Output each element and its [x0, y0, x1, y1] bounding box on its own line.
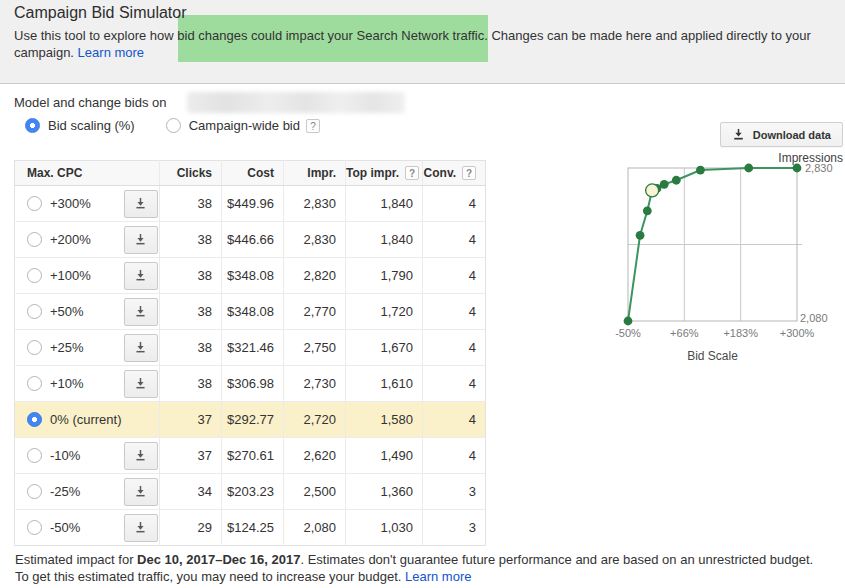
radio-icon-selected[interactable]	[25, 118, 40, 133]
clicks-cell: 29	[160, 510, 222, 546]
download-icon	[732, 128, 745, 141]
radio-option-bid-scaling[interactable]: Bid scaling (%)	[25, 118, 135, 133]
top-impressions-cell: 1,360	[346, 474, 423, 510]
header-learn-more-link[interactable]: Learn more	[78, 45, 144, 60]
redacted-campaign-name	[187, 92, 405, 113]
impressions-cell: 2,720	[284, 402, 346, 438]
conversions-cell: 4	[423, 186, 486, 222]
cost-cell: $321.46	[222, 330, 284, 366]
impressions-cell: 2,080	[284, 510, 346, 546]
bid-option-radio[interactable]	[27, 484, 42, 499]
clicks-cell: 38	[160, 186, 222, 222]
download-icon	[134, 377, 147, 390]
bid-option-radio[interactable]	[27, 412, 42, 427]
model-label: Model and change bids on	[14, 95, 167, 110]
conversions-cell: 3	[423, 474, 486, 510]
bid-option-label: +100%	[50, 268, 91, 283]
row-download-button[interactable]	[124, 442, 158, 470]
clicks-cell: 38	[160, 258, 222, 294]
help-icon[interactable]: ?	[306, 119, 320, 133]
bid-option-label: 0% (current)	[50, 412, 122, 427]
download-icon	[134, 233, 147, 246]
bid-option-radio[interactable]	[27, 340, 42, 355]
bid-option-label: +25%	[50, 340, 84, 355]
svg-text:+300%: +300%	[780, 327, 815, 339]
bid-impressions-chart: Impressions2,8302,080-50%+66%+183%+300%B…	[610, 145, 845, 365]
svg-text:-50%: -50%	[615, 327, 641, 339]
top-impressions-cell: 1,580	[346, 402, 423, 438]
col-top-impr: Top impr.?	[346, 161, 423, 186]
page-title: Campaign Bid Simulator	[14, 4, 187, 22]
row-download-button[interactable]	[124, 262, 158, 290]
col-max-cpc: Max. CPC	[15, 161, 160, 186]
row-download-button[interactable]	[124, 190, 158, 218]
cost-cell: $348.08	[222, 294, 284, 330]
col-cost: Cost	[222, 161, 284, 186]
clicks-cell: 37	[160, 438, 222, 474]
clicks-cell: 38	[160, 330, 222, 366]
radio-label: Bid scaling (%)	[48, 118, 135, 133]
top-impressions-cell: 1,670	[346, 330, 423, 366]
download-icon	[134, 485, 147, 498]
svg-text:2,830: 2,830	[805, 162, 833, 174]
table-row: +200% 38 $446.66 2,830 1,840 4	[15, 222, 486, 258]
bid-option-radio[interactable]	[27, 268, 42, 283]
cost-cell: $124.25	[222, 510, 284, 546]
bid-option-radio[interactable]	[27, 304, 42, 319]
row-download-button[interactable]	[124, 514, 158, 542]
svg-text:2,080: 2,080	[800, 312, 828, 324]
conversions-cell: 4	[423, 366, 486, 402]
cost-cell: $203.23	[222, 474, 284, 510]
bid-option-radio[interactable]	[27, 196, 42, 211]
cost-cell: $292.77	[222, 402, 284, 438]
footer-learn-more-link[interactable]: Learn more	[405, 569, 471, 584]
row-download-button[interactable]	[124, 334, 158, 362]
bid-mode-selector: Bid scaling (%) Campaign-wide bid ?	[25, 118, 320, 133]
impressions-cell: 2,750	[284, 330, 346, 366]
bid-option-radio[interactable]	[27, 376, 42, 391]
conversions-cell: 4	[423, 258, 486, 294]
bid-option-radio[interactable]	[27, 520, 42, 535]
conversions-cell: 3	[423, 510, 486, 546]
line-chart-canvas: Impressions2,8302,080-50%+66%+183%+300%B…	[610, 145, 845, 365]
row-download-button[interactable]	[124, 370, 158, 398]
clicks-cell: 37	[160, 402, 222, 438]
cost-cell: $446.66	[222, 222, 284, 258]
conversions-cell: 4	[423, 330, 486, 366]
clicks-cell: 38	[160, 366, 222, 402]
row-download-button[interactable]	[124, 298, 158, 326]
download-icon	[134, 341, 147, 354]
bid-simulation-table: Max. CPC Clicks Cost Impr. Top impr.? Co…	[14, 160, 486, 546]
campaign-bid-simulator-panel: Campaign Bid Simulator Use this tool to …	[0, 0, 845, 588]
top-impressions-cell: 1,840	[346, 222, 423, 258]
impressions-cell: 2,730	[284, 366, 346, 402]
cost-cell: $270.61	[222, 438, 284, 474]
svg-text:+66%: +66%	[670, 327, 699, 339]
help-icon[interactable]: ?	[462, 166, 476, 180]
clicks-cell: 38	[160, 222, 222, 258]
footer-note: Estimated impact for Dec 10, 2017–Dec 16…	[15, 551, 827, 585]
top-impressions-cell: 1,610	[346, 366, 423, 402]
bid-option-radio[interactable]	[27, 232, 42, 247]
impressions-cell: 2,830	[284, 222, 346, 258]
top-impressions-cell: 1,490	[346, 438, 423, 474]
row-download-button[interactable]	[124, 478, 158, 506]
radio-icon-unselected[interactable]	[166, 118, 181, 133]
help-icon[interactable]: ?	[405, 166, 419, 180]
col-conv: Conv.?	[423, 161, 486, 186]
row-download-button[interactable]	[124, 226, 158, 254]
cost-cell: $449.96	[222, 186, 284, 222]
cost-cell: $306.98	[222, 366, 284, 402]
bid-option-label: -25%	[50, 484, 80, 499]
download-icon	[134, 449, 147, 462]
radio-option-campaign-wide-bid[interactable]: Campaign-wide bid ?	[166, 118, 320, 133]
bid-option-label: +10%	[50, 376, 84, 391]
bid-option-radio[interactable]	[27, 448, 42, 463]
download-icon	[134, 521, 147, 534]
download-data-button[interactable]: Download data	[720, 122, 843, 147]
table-row: 0% (current) 37 $292.77 2,720 1,580 4	[15, 402, 486, 438]
table-row: +100% 38 $348.08 2,820 1,790 4	[15, 258, 486, 294]
cost-cell: $348.08	[222, 258, 284, 294]
table-row: +10% 38 $306.98 2,730 1,610 4	[15, 366, 486, 402]
impressions-cell: 2,830	[284, 186, 346, 222]
